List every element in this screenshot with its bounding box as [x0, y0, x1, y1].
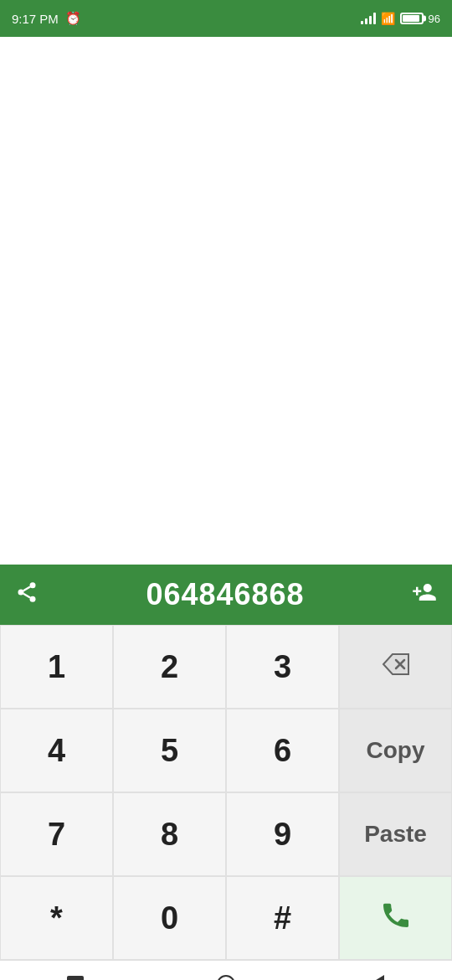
svg-point-0	[30, 582, 36, 588]
nav-bar	[0, 960, 452, 980]
battery-fill	[403, 15, 419, 22]
svg-point-2	[30, 596, 36, 601]
key-5[interactable]: 5	[113, 709, 226, 792]
key-star[interactable]: *	[0, 876, 113, 960]
recent-apps-button[interactable]	[59, 967, 92, 981]
share-icon[interactable]	[15, 580, 39, 610]
battery-icon	[400, 13, 424, 24]
home-button[interactable]	[209, 967, 243, 981]
phone-icon	[379, 898, 413, 939]
add-contact-icon[interactable]	[412, 580, 437, 611]
key-copy[interactable]: Copy	[339, 709, 452, 792]
recent-apps-icon	[67, 976, 84, 981]
home-icon	[217, 975, 235, 981]
time-label: 9:17 PM	[12, 12, 59, 26]
svg-line-4	[23, 586, 30, 591]
key-9[interactable]: 9	[226, 792, 339, 876]
svg-line-3	[23, 593, 30, 597]
backspace-icon	[382, 652, 410, 682]
svg-point-1	[18, 589, 24, 595]
status-right: 📶 96	[361, 12, 440, 25]
alarm-icon: ⏰	[65, 11, 81, 26]
battery-percent: 96	[429, 13, 440, 25]
key-3[interactable]: 3	[226, 625, 339, 709]
status-left: 9:17 PM ⏰	[12, 11, 81, 26]
key-paste[interactable]: Paste	[339, 792, 452, 876]
key-0[interactable]: 0	[113, 876, 226, 960]
key-4[interactable]: 4	[0, 709, 113, 792]
empty-area	[0, 37, 452, 565]
key-7[interactable]: 7	[0, 792, 113, 876]
key-call[interactable]	[339, 876, 452, 960]
dialer-number: 064846868	[39, 577, 412, 612]
key-backspace[interactable]	[339, 625, 452, 709]
back-icon	[369, 975, 384, 981]
key-2[interactable]: 2	[113, 625, 226, 709]
back-button[interactable]	[360, 967, 393, 981]
key-6[interactable]: 6	[226, 709, 339, 792]
key-1[interactable]: 1	[0, 625, 113, 709]
key-hash[interactable]: #	[226, 876, 339, 960]
status-bar: 9:17 PM ⏰ 📶 96	[0, 0, 452, 37]
signal-icon	[361, 13, 376, 24]
dialer-bar: 064846868	[0, 565, 452, 625]
wifi-icon: 📶	[381, 12, 395, 25]
key-8[interactable]: 8	[113, 792, 226, 876]
keypad: 1 2 3 4 5 6 Copy 7 8 9 Paste * 0 #	[0, 625, 452, 960]
